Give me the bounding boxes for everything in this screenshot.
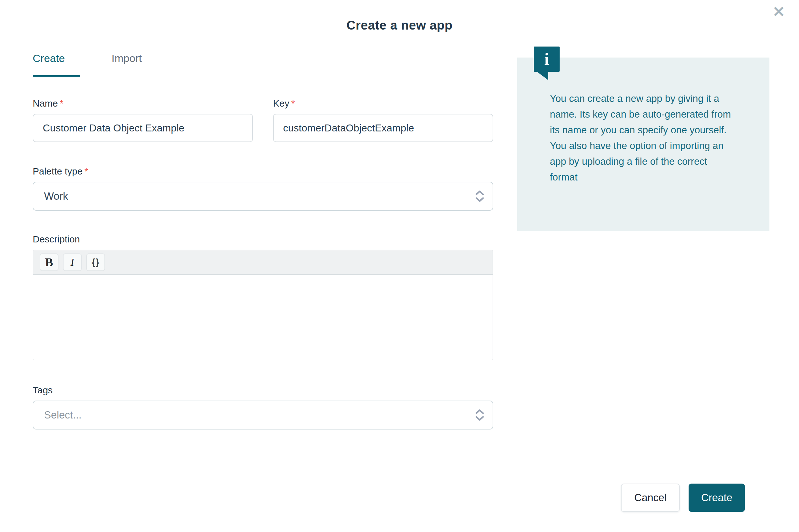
tags-label: Tags — [33, 385, 493, 396]
tab-import[interactable]: Import — [111, 48, 142, 77]
close-icon[interactable]: ✕ — [773, 4, 785, 19]
key-label: Key* — [273, 98, 493, 109]
info-panel: i You can create a new app by giving it … — [517, 58, 769, 231]
chevron-down-icon — [476, 416, 484, 421]
name-label: Name* — [33, 98, 253, 109]
create-button[interactable]: Create — [689, 483, 745, 512]
select-chevrons — [476, 191, 484, 202]
italic-icon[interactable]: I — [63, 253, 82, 271]
tab-create[interactable]: Create — [33, 48, 80, 77]
description-editor: B I {} — [33, 250, 493, 360]
description-textarea[interactable] — [33, 275, 493, 360]
create-app-dialog: ✕ Create a new app Create Import Name* K… — [0, 0, 799, 532]
info-icon: i — [534, 46, 560, 72]
palette-type-label: Palette type* — [33, 166, 493, 177]
palette-type-label-text: Palette type — [33, 166, 82, 176]
cancel-button[interactable]: Cancel — [621, 483, 680, 512]
name-key-row: Name* Key* — [33, 98, 493, 142]
name-required-marker: * — [60, 98, 63, 109]
dialog-title: Create a new app — [0, 18, 799, 32]
palette-type-select[interactable]: Work — [33, 182, 493, 211]
footer-actions: Cancel Create — [621, 483, 745, 512]
info-icon-tail — [537, 72, 548, 80]
select-chevrons — [476, 410, 484, 421]
palette-required-marker: * — [84, 166, 88, 176]
tags-placeholder: Select... — [44, 409, 81, 421]
tags-select[interactable]: Select... — [33, 401, 493, 430]
name-input[interactable] — [33, 114, 253, 142]
chevron-up-icon — [476, 410, 484, 414]
info-icon-glyph: i — [544, 51, 549, 68]
chevron-up-icon — [476, 191, 484, 195]
description-label: Description — [33, 234, 493, 245]
tags-group: Tags Select... — [33, 385, 493, 430]
key-input[interactable] — [273, 114, 493, 142]
key-label-text: Key — [273, 98, 290, 109]
name-label-text: Name — [33, 98, 58, 109]
code-braces-icon[interactable]: {} — [86, 253, 105, 271]
key-required-marker: * — [291, 98, 295, 109]
palette-type-group: Palette type* Work — [33, 166, 493, 211]
tab-bar: Create Import — [33, 48, 493, 77]
bold-icon[interactable]: B — [40, 253, 58, 271]
chevron-down-icon — [476, 197, 484, 202]
palette-type-value: Work — [44, 190, 68, 202]
editor-toolbar: B I {} — [33, 250, 493, 275]
description-group: Description B I {} — [33, 234, 493, 360]
info-panel-text: You can create a new app by giving it a … — [550, 91, 737, 185]
